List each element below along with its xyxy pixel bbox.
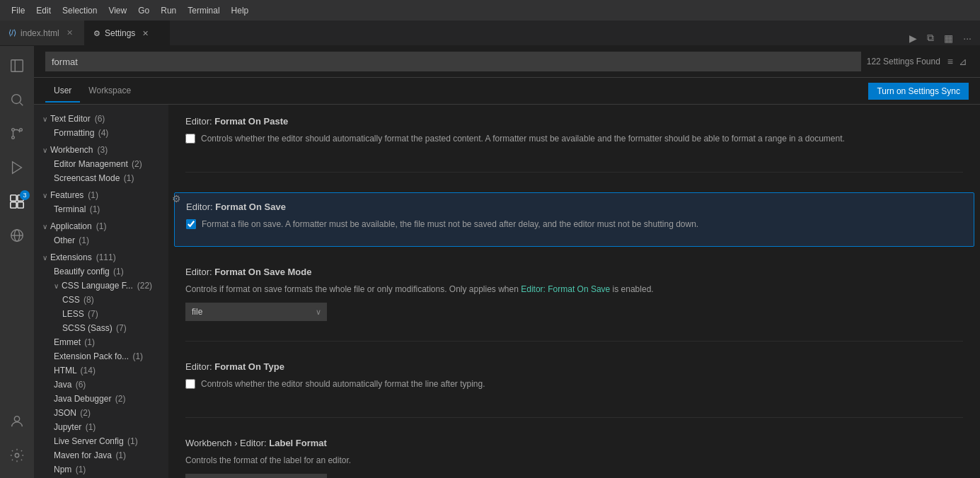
- svg-point-15: [14, 416, 19, 421]
- sidebar-category-workbench[interactable]: ∨ Workbench (3): [34, 143, 168, 157]
- format-on-type-checkbox-row: Controls whether the editor should autom…: [185, 378, 963, 397]
- main-layout: 3 122 Settings Found ≡ ⊿ User: [0, 46, 980, 478]
- workbench-label-format-description: Controls the format of the label for an …: [185, 454, 963, 467]
- sidebar-label-workbench: Workbench: [50, 145, 93, 155]
- format-on-paste-label: Editor: Format On Paste: [185, 116, 288, 127]
- sidebar-item-emmet[interactable]: Emmet (1): [34, 335, 168, 349]
- tab-index-html[interactable]: ⟨/⟩ index.html ✕: [0, 21, 85, 45]
- sidebar-item-scss[interactable]: SCSS (Sass) (7): [34, 321, 168, 335]
- chevron-css: ∨: [54, 282, 59, 290]
- sidebar-item-json[interactable]: JSON (2): [34, 406, 168, 420]
- sidebar-category-application[interactable]: ∨ Application (1): [34, 219, 168, 233]
- sidebar-item-html[interactable]: HTML (14): [34, 363, 168, 378]
- format-on-save-mode-select[interactable]: file modifications modificationsIfAvaila…: [185, 303, 327, 321]
- sidebar-item-css[interactable]: CSS (8): [34, 293, 168, 307]
- tab-bar: ⟨/⟩ index.html ✕ ⚙ Settings ✕ ▶ ⧉ ▦ ···: [0, 21, 980, 46]
- gear-icon-format-on-save[interactable]: ⚙: [172, 193, 181, 204]
- menu-terminal[interactable]: Terminal: [182, 3, 225, 18]
- tab-settings-close[interactable]: ✕: [142, 29, 149, 38]
- remote-explorer-activity-icon[interactable]: [0, 218, 34, 252]
- tab-settings-label: Settings: [105, 28, 135, 38]
- svg-marker-7: [13, 162, 22, 174]
- sidebar-section-application: ∨ Application (1) Other (1): [34, 218, 168, 249]
- tab-user[interactable]: User: [45, 80, 80, 103]
- clear-filter-icon[interactable]: ⊿: [957, 54, 969, 69]
- explorer-activity-icon[interactable]: [0, 49, 34, 83]
- split-editor-icon[interactable]: ⧉: [924, 30, 937, 45]
- format-on-paste-checkbox[interactable]: [185, 134, 195, 144]
- sidebar-item-jupyter[interactable]: Jupyter (1): [34, 420, 168, 434]
- settings-search-input[interactable]: [45, 52, 861, 71]
- sidebar-category-features[interactable]: ∨ Features (1): [34, 188, 168, 202]
- settings-gear-icon: ⚙: [93, 29, 100, 38]
- editor-layout-icon[interactable]: ▦: [941, 31, 956, 45]
- svg-line-3: [20, 103, 23, 105]
- source-control-activity-icon[interactable]: [0, 117, 34, 151]
- menu-bar: File Edit Selection View Go Run Terminal…: [6, 3, 254, 18]
- menu-help[interactable]: Help: [226, 3, 255, 18]
- run-icon[interactable]: ▶: [906, 31, 920, 45]
- sidebar-item-npm[interactable]: Npm (1): [34, 462, 168, 477]
- sidebar-item-terminal[interactable]: Terminal (1): [34, 202, 168, 216]
- svg-point-5: [20, 129, 23, 132]
- activity-bar: 3: [0, 46, 34, 478]
- menu-view[interactable]: View: [103, 3, 132, 18]
- activity-bar-bottom: [0, 404, 34, 478]
- setting-format-on-save-mode: Editor: Format On Save Mode Controls if …: [185, 267, 963, 342]
- tab-settings[interactable]: ⚙ Settings ✕: [85, 21, 170, 45]
- setting-format-on-type: Editor: Format On Type Controls whether …: [185, 361, 963, 418]
- chevron-extensions: ∨: [42, 254, 47, 262]
- sidebar-item-beautify[interactable]: Beautify config (1): [34, 264, 168, 279]
- menu-file[interactable]: File: [6, 3, 30, 18]
- format-on-save-checkbox-row: Format a file on save. A formatter must …: [186, 218, 962, 238]
- svg-point-6: [12, 136, 15, 139]
- sidebar-item-formatting[interactable]: Formatting (4): [34, 126, 168, 140]
- extensions-activity-icon[interactable]: 3: [0, 185, 34, 218]
- settings-content: Editor: Format On Paste Controls whether…: [168, 105, 980, 478]
- sidebar-item-editor-management[interactable]: Editor Management (2): [34, 157, 168, 171]
- tab-bar-actions: ▶ ⧉ ▦ ···: [906, 30, 980, 45]
- run-debug-activity-icon[interactable]: [0, 151, 34, 185]
- format-on-type-checkbox[interactable]: [185, 379, 195, 389]
- format-on-save-label: Editor: Format On Save: [186, 202, 286, 212]
- accounts-activity-icon[interactable]: [0, 404, 34, 438]
- svg-rect-8: [11, 195, 16, 201]
- search-activity-icon[interactable]: [0, 83, 34, 117]
- setting-format-on-type-title: Editor: Format On Type: [185, 361, 963, 372]
- settings-icons: ≡ ⊿: [946, 54, 969, 69]
- menu-selection[interactable]: Selection: [57, 3, 103, 18]
- sync-button[interactable]: Turn on Settings Sync: [868, 83, 969, 100]
- sidebar-category-extensions[interactable]: ∨ Extensions (111): [34, 250, 168, 264]
- tab-workspace[interactable]: Workspace: [80, 80, 139, 103]
- sidebar-category-text-editor[interactable]: ∨ Text Editor (6): [34, 112, 168, 126]
- sidebar-item-live-server[interactable]: Live Server Config (1): [34, 434, 168, 448]
- sidebar-item-java[interactable]: Java (6): [34, 378, 168, 392]
- settings-tabs-bar: User Workspace Turn on Settings Sync: [34, 78, 980, 105]
- svg-rect-0: [11, 60, 23, 72]
- sidebar-item-extension-pack[interactable]: Extension Pack fo... (1): [34, 349, 168, 363]
- settings-sidebar: ∨ Text Editor (6) Formatting (4) ∨ Workb…: [34, 105, 168, 478]
- sidebar-section-features: ∨ Features (1) Terminal (1): [34, 187, 168, 218]
- sidebar-item-maven[interactable]: Maven for Java (1): [34, 448, 168, 462]
- more-actions-icon[interactable]: ···: [960, 31, 974, 45]
- format-on-save-checkbox[interactable]: [186, 219, 196, 229]
- sidebar-label-extensions: Extensions: [50, 252, 92, 262]
- menu-go[interactable]: Go: [132, 3, 155, 18]
- sidebar-item-other[interactable]: Other (1): [34, 233, 168, 247]
- workbench-label-format-label: Workbench › Editor: Label Format: [185, 438, 327, 448]
- sidebar-item-less[interactable]: LESS (7): [34, 307, 168, 321]
- manage-activity-icon[interactable]: [0, 438, 34, 472]
- sidebar-item-css-language[interactable]: ∨ CSS Language F... (22): [34, 279, 168, 293]
- menu-edit[interactable]: Edit: [30, 3, 57, 18]
- tab-index-html-close[interactable]: ✕: [67, 28, 73, 37]
- menu-run[interactable]: Run: [155, 3, 182, 18]
- workbench-label-format-select[interactable]: default short medium long: [185, 474, 327, 478]
- sidebar-item-screencast-mode[interactable]: Screencast Mode (1): [34, 171, 168, 185]
- setting-format-on-save-mode-title: Editor: Format On Save Mode: [185, 267, 963, 277]
- filter-settings-icon[interactable]: ≡: [946, 54, 955, 69]
- setting-format-on-paste-title: Editor: Format On Paste: [185, 116, 963, 127]
- chevron-application: ∨: [42, 223, 47, 231]
- sidebar-item-java-debugger[interactable]: Java Debugger (2): [34, 392, 168, 406]
- sidebar-label-text-editor: Text Editor: [50, 114, 91, 124]
- format-on-save-link[interactable]: Editor: Format On Save: [521, 284, 610, 294]
